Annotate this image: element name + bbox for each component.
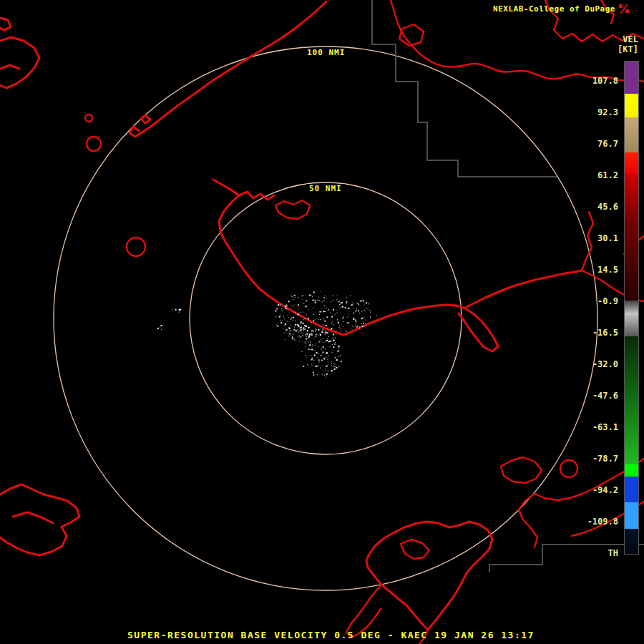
colorbar-tick-label: 76.7 <box>597 139 618 149</box>
colorbar-tick-label: 30.1 <box>597 233 618 243</box>
colorbar-tick-label: TH <box>608 548 618 558</box>
colorbar-segment <box>625 464 638 477</box>
ring-label-50nmi: 50 NMI <box>306 184 345 194</box>
coastline-northwest-arc <box>135 1 326 137</box>
colorbar-segment <box>625 94 638 117</box>
colorbar-tick-label: -94.2 <box>592 485 618 495</box>
island-southeast <box>501 457 542 483</box>
colorbar-tick-label: -47.6 <box>592 391 618 401</box>
colorbar-segment <box>625 301 638 313</box>
colorbar-unit-kt: [KT] <box>618 44 638 54</box>
island-center <box>275 200 310 219</box>
colorbar <box>624 61 639 555</box>
coastline-center-main <box>219 195 456 335</box>
colorbar-tick-label: -32.0 <box>592 359 618 369</box>
colorbar-segment <box>625 313 638 336</box>
colorbar-segment <box>625 152 638 174</box>
lake-west-2 <box>85 114 92 122</box>
lake-west-3 <box>127 238 145 256</box>
colorbar-segment <box>625 117 638 152</box>
colorbar-segment <box>625 502 638 528</box>
colorbar-tick-label: -63.1 <box>592 422 618 432</box>
lake-west-1 <box>87 137 101 151</box>
colorbar-segment <box>625 529 638 554</box>
colorbar-segment <box>625 336 638 400</box>
coastline-outlines <box>0 0 644 644</box>
coastline-center-east <box>465 270 582 308</box>
page-title: NEXLAB-College of DuPage <box>493 4 615 14</box>
colorbar-tick-label: 61.2 <box>597 170 618 180</box>
radar-map-canvas <box>0 0 644 644</box>
colorbar-segment <box>625 400 638 464</box>
colorbar-segment <box>625 223 638 301</box>
colorbar-segment <box>625 477 638 502</box>
header-title-bar: NEXLAB-College of DuPage <box>493 4 630 14</box>
colorbar-tick-label: 45.6 <box>597 202 618 212</box>
colorbar-tick-label: 14.5 <box>597 265 618 275</box>
colorbar-tick-label: -78.7 <box>592 454 618 464</box>
colorbar-tick-label: -109.8 <box>587 517 618 527</box>
colorbar-unit: VEL <box>623 34 638 44</box>
range-ring-50nmi <box>190 182 462 454</box>
coastline-inlet-hook <box>456 306 498 351</box>
footer-caption: SUPER-RESOLUTION BASE VELOCITY 0.5 DEG -… <box>127 630 535 640</box>
island-west-top <box>0 18 39 88</box>
landmass-south <box>366 522 492 630</box>
landmass-south-detail <box>346 540 429 644</box>
coastline-center-west <box>213 180 274 200</box>
colorbar-tick-label: 92.3 <box>597 107 618 117</box>
colorbar-tick-label: -16.5 <box>592 328 618 338</box>
ring-label-100nmi: 100 NMI <box>304 48 348 58</box>
cod-logo-icon <box>619 4 630 14</box>
island-west-bottom <box>0 484 79 555</box>
colorbar-segment <box>625 62 638 94</box>
radar-display: 100 NMI 50 NMI NEXLAB-College of DuPage … <box>0 0 644 644</box>
colorbar-tick-label: -0.9 <box>597 296 618 306</box>
lake-southeast <box>560 460 577 477</box>
colorbar-tick-label: 107.8 <box>592 76 618 86</box>
county-line-bottom-right <box>489 545 644 572</box>
colorbar-segment <box>625 174 638 223</box>
